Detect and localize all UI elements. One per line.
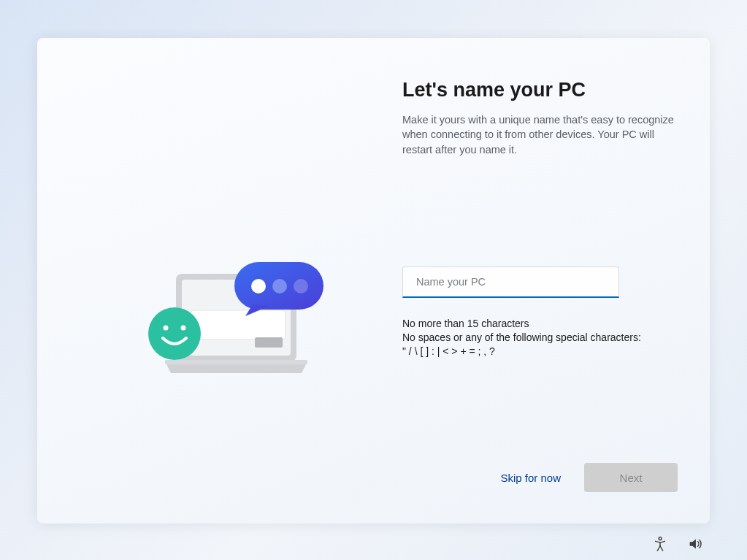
next-button[interactable]: Next xyxy=(584,463,678,492)
svg-point-10 xyxy=(148,307,201,360)
pc-name-input[interactable] xyxy=(416,276,605,288)
pc-illustration xyxy=(139,253,329,385)
svg-point-8 xyxy=(272,279,287,294)
button-row: Skip for now Next xyxy=(497,463,678,492)
volume-icon[interactable] xyxy=(687,536,703,552)
content-pane: Let's name your PC Make it yours with a … xyxy=(402,38,710,523)
svg-point-9 xyxy=(294,279,308,294)
svg-rect-5 xyxy=(165,360,307,364)
page-description: Make it yours with a unique name that's … xyxy=(402,112,680,157)
pc-name-input-wrap[interactable] xyxy=(402,266,619,298)
setup-card: Let's name your PC Make it yours with a … xyxy=(37,38,710,523)
input-rules: No more than 15 characters No spaces or … xyxy=(402,317,681,358)
svg-point-11 xyxy=(164,326,169,331)
svg-rect-2 xyxy=(191,310,286,340)
rule-chars-list: " / \ [ ] : | < > + = ; , ? xyxy=(402,345,681,358)
rule-chars: No spaces or any of the following specia… xyxy=(402,331,681,345)
rule-length: No more than 15 characters xyxy=(402,317,681,331)
svg-point-13 xyxy=(659,537,662,540)
skip-button[interactable]: Skip for now xyxy=(497,464,564,491)
system-tray xyxy=(652,536,703,552)
page-title: Let's name your PC xyxy=(402,79,681,101)
svg-rect-4 xyxy=(255,337,283,348)
svg-point-12 xyxy=(181,326,186,331)
svg-point-7 xyxy=(251,279,266,294)
accessibility-icon[interactable] xyxy=(652,536,668,552)
illustration-pane xyxy=(37,38,402,523)
